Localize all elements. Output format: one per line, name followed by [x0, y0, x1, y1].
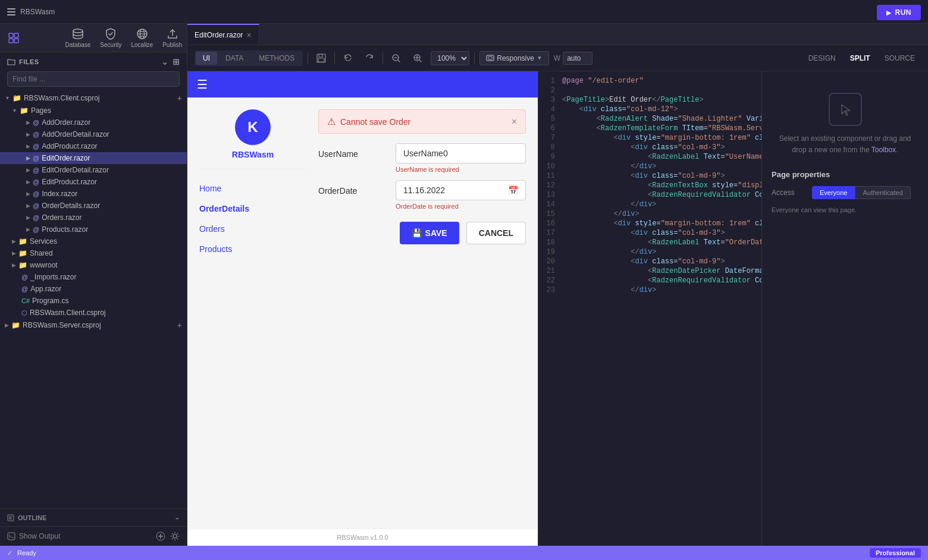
- code-editor[interactable]: 1 @page "/edit-order" 2 3 <PageTitle>Edi…: [538, 71, 761, 546]
- line-eq-6a: =: [704, 124, 708, 133]
- nav-item-products[interactable]: Products: [199, 242, 306, 256]
- outline-label: OUTLINE: [18, 514, 46, 521]
- tree-item-wwwroot[interactable]: ▶ 📁 wwwroot: [0, 259, 187, 271]
- sidebar: Database Security Localize: [0, 24, 187, 546]
- sidebar-database-btn[interactable]: Database: [65, 27, 91, 48]
- line-attr-9a: Text: [699, 153, 720, 161]
- tree-item-orders[interactable]: ▶ @ Orders.razor: [0, 212, 187, 224]
- line-tag-11b: div: [635, 172, 648, 180]
- w-label: W: [554, 54, 560, 62]
- run-button[interactable]: ▶ RUN: [877, 5, 921, 20]
- app-label: App.razor: [30, 285, 61, 293]
- chevron-right-icon-7: ▶: [26, 191, 30, 197]
- nav-home-label: Home: [199, 181, 306, 196]
- line-val-8: "col-md-3": [678, 143, 720, 152]
- zoom-out-btn[interactable]: [388, 50, 405, 67]
- tree-item-client-proj[interactable]: ▼ 📁 RBSWasm.Client.csproj +: [0, 92, 187, 105]
- source-tab[interactable]: SOURCE: [879, 52, 921, 65]
- prop-placeholder: Select an existing component or drag and…: [772, 81, 918, 156]
- access-tab-authenticated[interactable]: Authenticated: [855, 186, 910, 199]
- tree-item-addorder[interactable]: ▶ @ AddOrder.razor: [0, 117, 187, 128]
- sidebar-localize-btn[interactable]: Localize: [131, 27, 153, 48]
- hamburger-icon[interactable]: ☰: [197, 77, 208, 92]
- add-server-icon[interactable]: +: [177, 320, 182, 330]
- username-input[interactable]: [396, 143, 526, 163]
- grid-icon: [8, 33, 19, 43]
- razor-icon-orders: @: [33, 214, 39, 221]
- check-icon: ✓: [7, 549, 12, 557]
- line-attr-22a: Component: [751, 276, 761, 285]
- tree-item-shared[interactable]: ▶ 📁 Shared: [0, 247, 187, 259]
- undo-btn[interactable]: [340, 50, 356, 67]
- sidebar-footer-actions: [156, 531, 180, 541]
- tab-close-icon[interactable]: ×: [246, 31, 251, 39]
- nav-item-orders[interactable]: Orders: [199, 222, 306, 236]
- tree-item-editproduct[interactable]: ▶ @ EditProduct.razor: [0, 176, 187, 188]
- wwwroot-label: wwwroot: [30, 261, 58, 269]
- search-input[interactable]: [7, 71, 180, 87]
- folder-icon-shared: 📁: [18, 249, 27, 257]
- save-icon: [316, 54, 326, 63]
- access-tab-everyone[interactable]: Everyone: [812, 186, 855, 199]
- tree-item-imports[interactable]: @ _Imports.razor: [0, 271, 187, 283]
- chevron-right-icon-3: ▶: [26, 143, 30, 149]
- save-button[interactable]: 💾 SAVE: [400, 222, 459, 244]
- razor-icon-orderdetails: @: [33, 202, 39, 209]
- split-tab[interactable]: SPLIT: [844, 52, 876, 65]
- imports-label: _Imports.razor: [30, 273, 76, 281]
- view-tab-ui[interactable]: UI: [196, 52, 217, 65]
- index-label: Index.razor: [42, 190, 77, 198]
- zoom-select[interactable]: 100%: [431, 51, 469, 65]
- tree-item-index[interactable]: ▶ @ Index.razor: [0, 188, 187, 200]
- tree-item-addproduct[interactable]: ▶ @ AddProduct.razor: [0, 140, 187, 152]
- save-label: SAVE: [425, 228, 447, 238]
- split-view: ☰ K RBSWasm Home: [187, 71, 928, 546]
- show-output-btn[interactable]: Show Output: [7, 532, 60, 540]
- alert-close-btn[interactable]: ×: [512, 117, 517, 127]
- tree-item-addorderdetail[interactable]: ▶ @ AddOrderDetail.razor: [0, 128, 187, 140]
- nav-item-orderdetails[interactable]: OrderDetails: [199, 202, 306, 216]
- filter-icon[interactable]: ⊞: [173, 57, 180, 67]
- cancel-button[interactable]: CANCEL: [466, 222, 526, 244]
- tree-item-editorder[interactable]: ▶ @ EditOrder.razor: [0, 152, 187, 164]
- zoom-in-btn[interactable]: [409, 50, 426, 67]
- nav-item-home[interactable]: Home: [199, 181, 306, 196]
- chevron-right-icon-shared: ▶: [12, 250, 16, 256]
- add-file-icon[interactable]: +: [177, 93, 182, 103]
- toolbox-link[interactable]: Toolbox: [871, 146, 896, 154]
- design-tab[interactable]: DESIGN: [802, 52, 842, 65]
- add-icon[interactable]: [156, 531, 165, 541]
- grid-icon-btn[interactable]: [5, 30, 23, 46]
- calendar-icon: 📅: [508, 185, 518, 195]
- orders-label: Orders.razor: [42, 213, 81, 222]
- sidebar-security-btn[interactable]: Security: [100, 27, 121, 48]
- tab-editorder[interactable]: EditOrder.razor ×: [187, 24, 259, 45]
- tree-item-client-csproj[interactable]: ⬡ RBSWasm.Client.csproj: [0, 307, 187, 319]
- view-tabs: UI DATA METHODS: [195, 51, 303, 66]
- orderdate-input-display[interactable]: 11.16.2022 📅: [396, 180, 526, 200]
- svg-rect-0: [7, 8, 15, 10]
- publish-label: Publish: [162, 42, 182, 48]
- view-tab-methods[interactable]: METHODS: [252, 52, 302, 65]
- responsive-btn[interactable]: Responsive ▼: [479, 51, 549, 65]
- code-line-19: 19 </div>: [538, 247, 761, 257]
- w-input[interactable]: [563, 52, 592, 65]
- tree-item-program[interactable]: C# Program.cs: [0, 295, 187, 307]
- save-file-btn[interactable]: [313, 50, 330, 67]
- collapse-icon[interactable]: ⌄: [161, 57, 169, 67]
- tree-item-server-proj[interactable]: ▶ 📁 RBSWasm.Server.csproj +: [0, 319, 187, 332]
- code-line-13: 13 <RadzenRequiredValidator Component="U…: [538, 190, 761, 200]
- view-tab-data[interactable]: DATA: [218, 52, 250, 65]
- redo-btn[interactable]: [361, 50, 378, 67]
- tree-item-editorderdetail[interactable]: ▶ @ EditOrderDetail.razor: [0, 164, 187, 176]
- tree-item-orderdetails[interactable]: ▶ @ OrderDetails.razor: [0, 200, 187, 212]
- tree-item-app[interactable]: @ App.razor: [0, 283, 187, 295]
- sidebar-publish-btn[interactable]: Publish: [162, 27, 182, 48]
- services-label: Services: [30, 237, 57, 246]
- tree-item-pages[interactable]: ▼ 📁 Pages: [0, 105, 187, 117]
- alert-content: ⚠ Cannot save Order: [327, 116, 410, 127]
- tree-item-products[interactable]: ▶ @ Products.razor: [0, 224, 187, 235]
- tree-item-services[interactable]: ▶ 📁 Services: [0, 235, 187, 247]
- settings-icon[interactable]: [170, 531, 180, 541]
- chevron-down-outline[interactable]: ⌄: [174, 514, 180, 521]
